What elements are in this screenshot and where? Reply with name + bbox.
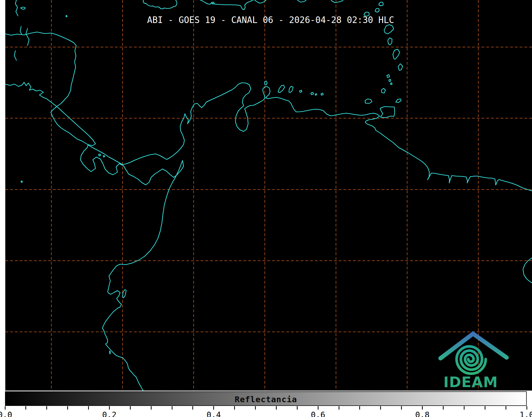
colorbar-tick	[485, 406, 485, 410]
colorbar-tick	[46, 406, 47, 410]
map-title: ABI - GOES 19 - CANAL 06 - 2026-04-28 02…	[147, 15, 394, 25]
colorbar-area: Reflectancia 0.00.20.40.60.81.0	[0, 391, 532, 417]
colorbar-tick-label: 0.4	[207, 410, 221, 417]
colorbar-tick-label: 0.6	[311, 410, 325, 417]
colorbar-tick	[67, 406, 68, 410]
coastline-path	[110, 351, 110, 354]
satellite-image-page: IDEAM ABI - GOES 19 - CANAL 06 - 2026-04…	[0, 0, 532, 417]
colorbar-tick	[276, 406, 277, 410]
colorbar-tick	[318, 406, 319, 410]
colorbar-tick-label: 0.8	[415, 410, 430, 417]
satellite-map: IDEAM ABI - GOES 19 - CANAL 06 - 2026-04…	[0, 0, 532, 391]
colorbar-tick-label: 0.2	[102, 410, 116, 417]
colorbar-tick	[297, 406, 298, 410]
colorbar-tick	[526, 406, 527, 410]
colorbar-tick	[213, 406, 214, 410]
colorbar-tick-label: 1.0	[520, 410, 532, 417]
colorbar-tick	[339, 406, 339, 410]
colorbar-tick	[422, 406, 423, 410]
colorbar-tick	[109, 406, 110, 410]
reflectance-colorbar: Reflectancia	[5, 391, 527, 406]
colorbar-tick-label: 0.0	[0, 410, 12, 417]
ideam-logo-text: IDEAM	[443, 374, 498, 391]
colorbar-label: Reflectancia	[6, 395, 526, 404]
colorbar-tick	[25, 406, 26, 410]
colorbar-tick	[359, 406, 360, 410]
satellite-map-canvas: IDEAM ABI - GOES 19 - CANAL 06 - 2026-04…	[0, 0, 532, 391]
colorbar-tick	[234, 406, 235, 410]
colorbar-tick	[255, 406, 256, 410]
colorbar-tick	[151, 406, 152, 410]
colorbar-tick	[443, 406, 444, 410]
colorbar-tick	[506, 406, 506, 410]
colorbar-tick	[401, 406, 402, 410]
colorbar-tick	[172, 406, 172, 410]
colorbar-tick	[88, 406, 89, 410]
colorbar-tick	[130, 406, 131, 410]
colorbar-tick	[5, 406, 6, 410]
colorbar-tick	[380, 406, 381, 410]
colorbar-tick	[464, 406, 465, 410]
colorbar-tick	[192, 406, 193, 410]
